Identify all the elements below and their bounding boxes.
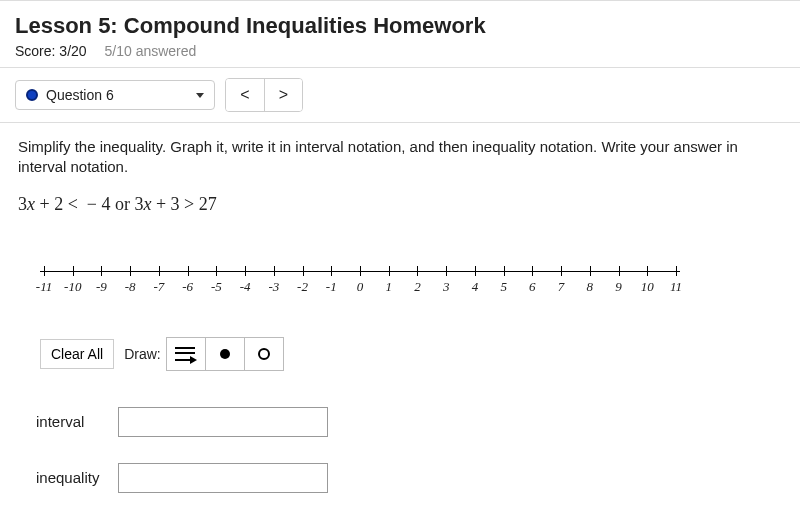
tick [446,266,447,276]
tick [561,266,562,276]
question-dropdown[interactable]: Question 6 [15,80,215,110]
chevron-right-icon: > [279,86,288,104]
tick-label: -8 [125,279,136,295]
tick-label: 1 [385,279,392,295]
tick [647,266,648,276]
tick-label: 9 [615,279,622,295]
chevron-left-icon: < [240,86,249,104]
ray-tool-button[interactable] [166,337,206,371]
tick [360,266,361,276]
tick-label: 11 [670,279,682,295]
inequality-label: inequality [36,469,108,486]
tick-label: -10 [64,279,81,295]
clear-all-button[interactable]: Clear All [40,339,114,369]
score-row: Score: 3/20 5/10 answered [15,43,785,59]
svg-point-4 [220,349,230,359]
tick [303,266,304,276]
question-dropdown-label: Question 6 [46,87,114,103]
tick-label: 5 [500,279,507,295]
tick [245,266,246,276]
tick [504,266,505,276]
status-dot-icon [26,89,38,101]
tick [417,266,418,276]
draw-label: Draw: [124,346,161,362]
inequality-input[interactable] [118,463,328,493]
next-question-button[interactable]: > [264,79,302,111]
svg-point-5 [259,349,269,359]
svg-marker-3 [190,356,197,364]
tick [216,266,217,276]
question-nav: < > [225,78,303,112]
tick-label: -2 [297,279,308,295]
tick [619,266,620,276]
interval-row: interval [36,407,782,437]
tick-label: 8 [587,279,594,295]
tick [101,266,102,276]
score-text: Score: 3/20 [15,43,87,59]
tick-label: -6 [182,279,193,295]
tick-label: 10 [641,279,654,295]
tick [389,266,390,276]
answered-text: 5/10 answered [105,43,197,59]
tick [331,266,332,276]
tick [188,266,189,276]
tick-label: 2 [414,279,421,295]
tick-label: 4 [472,279,479,295]
tick-label: -1 [326,279,337,295]
page-header: Lesson 5: Compound Inequalities Homework… [0,0,800,68]
prev-question-button[interactable]: < [226,79,264,111]
tick [130,266,131,276]
inequality-row: inequality [36,463,782,493]
tick-label: 7 [558,279,565,295]
instructions-text: Simplify the inequality. Graph it, write… [18,137,782,178]
tick-label: -7 [153,279,164,295]
tick-label: -3 [268,279,279,295]
question-content: Simplify the inequality. Graph it, write… [0,123,800,529]
question-toolbar: Question 6 < > [0,68,800,123]
interval-label: interval [36,413,108,430]
tick [73,266,74,276]
interval-input[interactable] [118,407,328,437]
tick [532,266,533,276]
tick [676,266,677,276]
tick-label: 6 [529,279,536,295]
tick-label: -4 [240,279,251,295]
page-title: Lesson 5: Compound Inequalities Homework [15,13,785,39]
tick [44,266,45,276]
open-dot-icon [256,346,272,362]
open-point-tool-button[interactable] [244,337,284,371]
draw-tools-row: Clear All Draw: [40,337,782,371]
tick-label: -11 [36,279,52,295]
tick [159,266,160,276]
number-line[interactable]: -11-10-9-8-7-6-5-4-3-2-101234567891011 [40,263,680,307]
math-expression: 3x + 2 < − 4 or 3x + 3 > 27 [18,194,782,215]
closed-point-tool-button[interactable] [205,337,245,371]
tick-label: -5 [211,279,222,295]
ray-icon [173,342,199,366]
filled-dot-icon [217,346,233,362]
tick-label: -9 [96,279,107,295]
tick [475,266,476,276]
tick-label: 0 [357,279,364,295]
chevron-down-icon [196,93,204,98]
tick [590,266,591,276]
tick-label: 3 [443,279,450,295]
tick [274,266,275,276]
